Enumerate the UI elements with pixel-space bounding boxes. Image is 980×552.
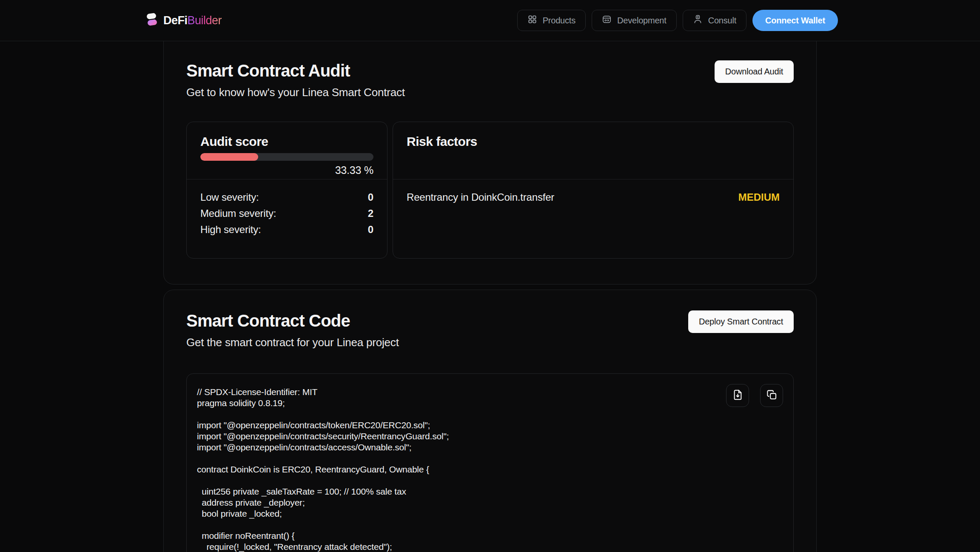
severity-value: 2 xyxy=(368,207,373,220)
risk-factors-title: Risk factors xyxy=(407,134,780,149)
audit-score-card-header: Audit score 33.33 % xyxy=(187,122,387,179)
severity-label: Medium severity: xyxy=(200,207,276,220)
audit-section-titles: Smart Contract Audit Get to know how's y… xyxy=(186,60,405,100)
code-block: // SPDX-License-Identifier: MIT pragma s… xyxy=(186,373,794,552)
nav-item-products[interactable]: Products xyxy=(517,10,586,31)
user-icon xyxy=(693,14,703,26)
severity-label: High severity: xyxy=(200,223,261,236)
nav-item-consult[interactable]: Consult xyxy=(683,10,746,31)
audit-section: Smart Contract Audit Get to know how's y… xyxy=(163,41,817,285)
brand-name-bold: DeFi xyxy=(163,14,188,27)
copy-code-button[interactable] xyxy=(760,384,783,407)
code-title: Smart Contract Code xyxy=(186,310,399,331)
deploy-contract-button[interactable]: Deploy Smart Contract xyxy=(688,310,794,333)
top-nav: DeFiBuilder Products Development xyxy=(0,0,980,41)
risk-row: Reentrancy in DoinkCoin.transfer MEDIUM xyxy=(407,191,780,204)
contract-source-code[interactable]: // SPDX-License-Identifier: MIT pragma s… xyxy=(197,387,783,552)
risk-factors-card-header: Risk factors xyxy=(393,122,793,179)
severity-label: Low severity: xyxy=(200,191,259,204)
risk-severity-badge: MEDIUM xyxy=(738,191,780,204)
audit-cards-row: Audit score 33.33 % Low severity: 0 Medi… xyxy=(186,122,794,259)
audit-score-card: Audit score 33.33 % Low severity: 0 Medi… xyxy=(186,122,387,259)
nav-item-development[interactable]: Development xyxy=(592,10,677,31)
download-audit-button[interactable]: Download Audit xyxy=(715,60,794,83)
copy-icon xyxy=(766,389,778,402)
file-download-icon xyxy=(732,389,744,402)
audit-title: Smart Contract Audit xyxy=(186,60,405,81)
audit-subtitle: Get to know how's your Linea Smart Contr… xyxy=(186,85,405,100)
severity-row-high: High severity: 0 xyxy=(200,223,373,236)
brand-name-light: Builder xyxy=(188,14,222,27)
audit-score-percent: 33.33 % xyxy=(200,164,373,176)
code-window-icon xyxy=(602,14,612,26)
severity-value: 0 xyxy=(368,223,373,236)
severity-row-medium: Medium severity: 2 xyxy=(200,207,373,220)
risk-list: Reentrancy in DoinkCoin.transfer MEDIUM xyxy=(393,179,793,215)
audit-section-header: Smart Contract Audit Get to know how's y… xyxy=(186,60,794,100)
nav-item-label: Products xyxy=(543,16,575,26)
defi-builder-logo-icon xyxy=(145,13,158,28)
nav-item-label: Development xyxy=(617,16,667,26)
risk-label: Reentrancy in DoinkCoin.transfer xyxy=(407,191,554,204)
nav-item-label: Consult xyxy=(708,16,736,26)
code-section-titles: Smart Contract Code Get the smart contra… xyxy=(186,310,399,350)
nav-actions: Products Development Consult xyxy=(517,10,838,31)
brand-name: DeFiBuilder xyxy=(163,14,222,27)
severity-list: Low severity: 0 Medium severity: 2 High … xyxy=(187,179,387,251)
audit-score-progress-track xyxy=(200,153,373,161)
severity-row-low: Low severity: 0 xyxy=(200,191,373,204)
audit-score-progress-fill xyxy=(200,153,258,161)
download-code-button[interactable] xyxy=(726,384,749,407)
code-subtitle: Get the smart contract for your Linea pr… xyxy=(186,335,399,350)
code-section: Smart Contract Code Get the smart contra… xyxy=(163,290,817,552)
page-content: Smart Contract Audit Get to know how's y… xyxy=(163,41,817,552)
code-actions xyxy=(726,384,783,407)
severity-value: 0 xyxy=(368,191,373,204)
brand-logo[interactable]: DeFiBuilder xyxy=(145,13,222,28)
risk-factors-card: Risk factors Reentrancy in DoinkCoin.tra… xyxy=(393,122,794,259)
code-section-header: Smart Contract Code Get the smart contra… xyxy=(186,310,794,350)
audit-score-title: Audit score xyxy=(200,134,373,149)
grid-icon xyxy=(527,14,537,26)
connect-wallet-button[interactable]: Connect Wallet xyxy=(752,10,838,31)
